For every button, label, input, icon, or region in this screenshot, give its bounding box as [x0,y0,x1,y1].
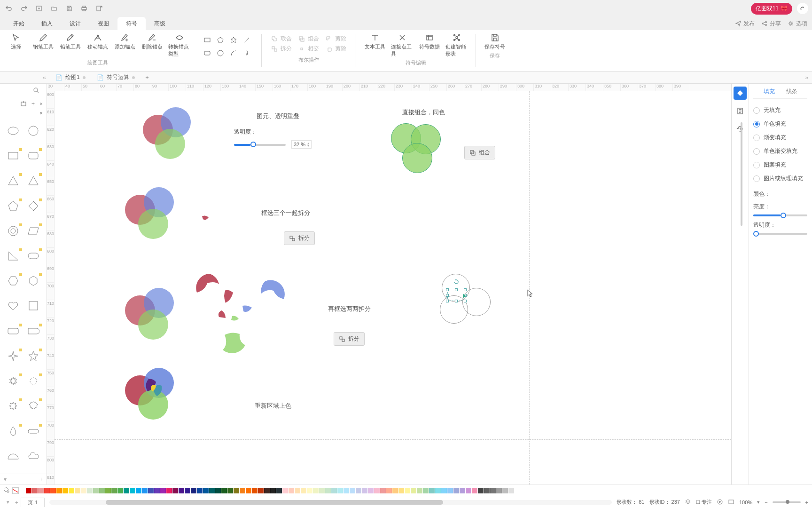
color-swatch[interactable] [50,488,56,493]
page-tab-1[interactable]: 页-1 [21,498,45,507]
color-swatch[interactable] [362,488,367,493]
move-anchor-tool[interactable]: 移动锚点 [86,33,109,57]
canvas-fragment[interactable] [195,274,224,300]
presentation-icon[interactable] [717,499,723,506]
publish-button[interactable]: 发布 [735,20,755,28]
color-swatch[interactable] [325,488,331,493]
bool-trim[interactable]: 剪除 [326,45,346,53]
pencil-tool[interactable]: 铅笔工具 [59,33,82,57]
shape-rect[interactable] [202,35,212,45]
export-button[interactable] [94,3,104,14]
select-tool[interactable]: 选择 [5,33,27,57]
shape-donut[interactable] [5,223,22,238]
color-swatch[interactable] [466,488,471,493]
color-swatch[interactable] [441,488,447,493]
shape-line[interactable] [242,35,252,45]
shape-heart[interactable] [5,298,22,313]
color-swatch[interactable] [136,488,141,493]
color-swatch[interactable] [405,488,410,493]
selection-handle[interactable] [446,300,449,302]
shape-right-triangle[interactable] [5,248,22,263]
shape-hexagon2[interactable] [25,273,42,288]
new-button[interactable] [34,3,44,14]
color-swatch[interactable] [435,488,441,493]
color-swatch[interactable] [307,488,312,493]
color-swatch[interactable] [197,488,203,493]
color-swatch[interactable] [460,488,465,493]
color-swatch[interactable] [111,488,117,493]
shape-dshape[interactable] [25,324,42,339]
canvas-fragment[interactable] [231,315,372,323]
color-swatch[interactable] [75,488,80,493]
color-swatch[interactable] [386,488,392,493]
color-swatch[interactable] [26,488,31,493]
shape-burst3[interactable] [5,398,22,413]
library-add-icon[interactable] [20,100,27,108]
shape-chip[interactable] [25,424,42,439]
color-swatch[interactable] [301,488,306,493]
fill-none-radio[interactable]: 无填充 [753,103,807,117]
shape-roundrect[interactable] [25,148,42,163]
create-smart-tool[interactable]: 创建智能形状 [445,33,468,57]
shape-diamond[interactable] [25,198,42,214]
text-tool[interactable]: 文本工具 [364,33,386,57]
menu-advanced[interactable]: 高级 [146,17,174,30]
color-swatch[interactable] [282,488,288,493]
brightness-slider[interactable] [753,214,807,216]
selection-handle[interactable] [464,300,467,302]
close-icon[interactable]: × [39,101,43,107]
canvas-fragment[interactable] [220,331,254,362]
color-swatch[interactable] [502,488,508,493]
bool-split[interactable]: 拆分 [271,45,292,53]
color-swatch[interactable] [191,488,196,493]
color-swatch[interactable] [490,488,496,493]
color-swatch[interactable] [105,488,111,493]
shape-burst2[interactable] [25,373,42,389]
color-swatch[interactable] [69,488,74,493]
color-swatch[interactable] [32,488,38,493]
color-swatch[interactable] [130,488,135,493]
zoom-in[interactable]: + [805,500,808,505]
connection-tool[interactable]: 连接点工具 [391,33,414,57]
color-swatch[interactable] [234,488,239,493]
color-swatch[interactable] [472,488,477,493]
color-swatch[interactable] [453,488,459,493]
canvas[interactable]: 图元、透明重叠 透明度： 32 % ▴▾ 直接组合，同色 组合 [55,91,731,484]
page-add[interactable]: + [12,500,21,505]
canvas-fragment[interactable] [223,290,234,306]
shape-burst[interactable] [5,373,22,389]
color-swatch[interactable] [148,488,154,493]
shape-semicircle[interactable] [5,449,22,464]
zoom-slider[interactable] [773,501,801,503]
color-swatch[interactable] [478,488,484,493]
rotation-handle[interactable] [454,279,459,284]
shape-star4[interactable] [5,349,22,364]
tab-drawing1[interactable]: 📄绘图1 [50,71,91,84]
shape-square[interactable] [5,148,22,163]
color-swatch[interactable] [337,488,343,493]
color-swatch[interactable] [398,488,404,493]
fit-icon[interactable] [728,499,734,506]
canvas-circle[interactable] [155,129,185,159]
color-swatch[interactable] [172,488,178,493]
color-swatch[interactable] [227,488,233,493]
canvas-circle[interactable] [402,143,432,173]
line-tab[interactable]: 线条 [786,87,797,95]
promo-badge[interactable]: 亿图双11🎀 [751,3,792,15]
color-swatch[interactable] [319,488,325,493]
color-swatch[interactable] [99,488,105,493]
selection-handle[interactable] [464,288,467,291]
color-swatch[interactable] [142,488,148,493]
stepper-down[interactable]: ▾ [307,144,309,147]
color-swatch[interactable] [185,488,190,493]
color-swatch[interactable] [215,488,221,493]
options-button[interactable]: 选项 [788,20,807,28]
add-anchor-tool[interactable]: 添加锚点 [114,33,136,57]
color-swatch[interactable] [368,488,374,493]
color-swatch[interactable] [258,488,264,493]
color-swatch[interactable] [429,488,435,493]
color-swatch[interactable] [117,488,123,493]
color-swatch[interactable] [356,488,361,493]
selection-handle[interactable] [455,288,458,291]
color-swatch[interactable] [344,488,349,493]
